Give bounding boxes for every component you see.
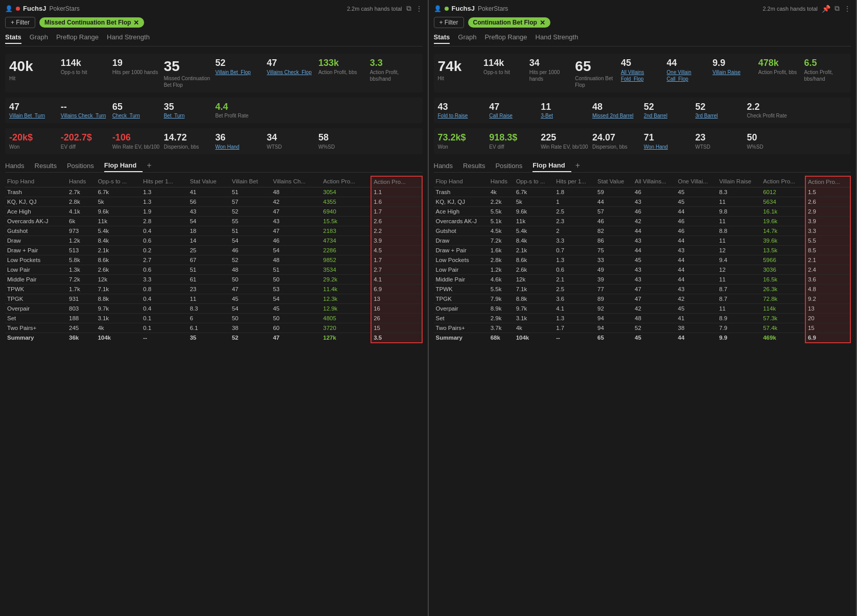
header-icon-0[interactable]: 📌 xyxy=(822,5,830,13)
cell-0-7: 3054 xyxy=(321,187,371,197)
header-icon-2[interactable]: ⋮ xyxy=(844,5,851,13)
cell-0-5: 51 xyxy=(230,187,271,197)
tab-hand-strength[interactable]: Hand Strength xyxy=(536,33,578,44)
col-header-1[interactable]: Hands xyxy=(67,176,96,187)
stat-label[interactable]: Villains Check_Flop xyxy=(267,69,315,76)
stat-label[interactable]: 2nd Barrel xyxy=(644,112,692,119)
stat-label[interactable]: 3-Bet xyxy=(541,112,589,119)
header-icon-1[interactable]: ⧉ xyxy=(835,4,840,13)
site-name: PokerStars xyxy=(50,5,80,12)
tab-graph[interactable]: Graph xyxy=(30,33,48,44)
col-header-8[interactable]: Action Pro... xyxy=(761,176,805,187)
cell-11-7: 12.3k xyxy=(321,294,371,303)
col-header-9[interactable]: Action Pro... xyxy=(805,176,850,187)
stat-label[interactable]: 3rd Barrel xyxy=(696,112,744,119)
stat-label[interactable]: Villains Check_Turn xyxy=(61,112,109,119)
col-header-2[interactable]: Opp-s to ... xyxy=(514,176,554,187)
stat-label[interactable]: Fold to Raise xyxy=(438,112,487,119)
cell-6-4: 75 xyxy=(595,245,633,255)
stat-label[interactable]: One Villain Call_Flop xyxy=(667,69,710,82)
stat-label: Hits per 1000 hands xyxy=(112,69,161,76)
col-header-5[interactable]: Villain Bet xyxy=(230,176,271,187)
cell-11-7: 8.7 xyxy=(717,294,761,303)
col-header-1[interactable]: Hands xyxy=(489,176,514,187)
stat-label[interactable]: All Villains Fold_Flop xyxy=(621,69,664,82)
sub-tab-positions[interactable]: Positions xyxy=(495,160,528,172)
cell-2-0: Ace High xyxy=(434,206,489,216)
stat-label: Win Rate EV, bb/100 xyxy=(112,144,161,150)
cell-13-3: 0.1 xyxy=(141,313,188,323)
cell-3-9: 3.9 xyxy=(805,216,850,226)
sub-tab-results[interactable]: Results xyxy=(463,160,491,172)
col-header-2[interactable]: Opp-s to ... xyxy=(96,176,141,187)
stat-label[interactable]: Missed 2nd Barrel xyxy=(592,112,641,119)
cell-11-6: 42 xyxy=(676,294,717,303)
filter-tag-close[interactable]: ✕ xyxy=(133,19,139,26)
filter-button[interactable]: + Filter xyxy=(5,17,35,28)
stat-value: 65 xyxy=(112,102,161,113)
cell-11-8: 72.8k xyxy=(761,294,805,303)
col-header-0[interactable]: Flop Hand xyxy=(434,176,489,187)
col-header-6[interactable]: Villains Ch... xyxy=(271,176,321,187)
filter-tag[interactable]: Missed Continuation Bet Flop✕ xyxy=(39,17,144,28)
add-tab-button[interactable]: + xyxy=(575,161,580,170)
cell-9-0: Middle Pair xyxy=(434,274,489,284)
col-header-8[interactable]: Action Pro... xyxy=(371,176,422,187)
stat-value: 478k xyxy=(758,58,801,69)
tab-stats[interactable]: Stats xyxy=(434,33,450,44)
sub-tab-results[interactable]: Results xyxy=(35,160,63,172)
stat-cell-5 xyxy=(267,102,315,120)
stat-label[interactable]: Villain Bet_Flop xyxy=(215,69,264,76)
sub-tab-positions[interactable]: Positions xyxy=(67,160,100,172)
header-right: 2.2m cash hands total📌⧉⋮ xyxy=(762,4,851,13)
cell-8-4: 49 xyxy=(595,265,633,274)
stat-value: 918.3$ xyxy=(489,132,538,144)
header-icon-0[interactable]: ⧉ xyxy=(406,4,411,13)
tab-graph[interactable]: Graph xyxy=(458,33,476,44)
tab-hand-strength[interactable]: Hand Strength xyxy=(107,33,150,44)
tab-preflop-range[interactable]: Preflop Range xyxy=(484,33,527,44)
filter-tag-label: Continuation Bet Flop xyxy=(473,19,537,26)
cell-14-9: 15 xyxy=(805,323,850,333)
col-header-3[interactable]: Hits per 1... xyxy=(141,176,188,187)
cell-14-3: 0.1 xyxy=(141,323,188,333)
cell-14-6: 38 xyxy=(676,323,717,333)
stat-value: 74k xyxy=(438,58,481,75)
stat-label[interactable]: Villain Bet_Turn xyxy=(9,112,58,119)
stat-label[interactable]: Check_Turn xyxy=(112,112,161,119)
cell-13-0: Set xyxy=(434,313,489,323)
sub-tab-hands[interactable]: Hands xyxy=(434,160,459,172)
stat-label[interactable]: Call Raise xyxy=(489,112,538,119)
sub-tab-flop-hand[interactable]: Flop Hand xyxy=(532,159,571,172)
cell-4-1: 4.5k xyxy=(489,226,514,235)
cell-8-7: 3534 xyxy=(321,265,371,274)
col-header-5[interactable]: All Villains... xyxy=(633,176,676,187)
col-header-3[interactable]: Hits per 1... xyxy=(554,176,595,187)
tab-stats[interactable]: Stats xyxy=(5,33,21,44)
cell-8-4: 51 xyxy=(188,265,229,274)
header-icon-1[interactable]: ⋮ xyxy=(415,5,423,13)
add-tab-button[interactable]: + xyxy=(147,161,151,170)
filter-tag[interactable]: Continuation Bet Flop✕ xyxy=(468,17,550,28)
stat-label[interactable]: Won Hand xyxy=(215,144,264,150)
col-header-0[interactable]: Flop Hand xyxy=(5,176,67,187)
stat-label[interactable]: Won Hand xyxy=(644,144,692,150)
col-header-4[interactable]: Stat Value xyxy=(595,176,633,187)
cell-7-2: 8.6k xyxy=(96,255,141,265)
col-header-4[interactable]: Stat Value xyxy=(188,176,229,187)
col-header-7[interactable]: Action Pro... xyxy=(321,176,371,187)
filter-tag-close[interactable]: ✕ xyxy=(540,19,545,26)
cell-1-8: 1.6 xyxy=(371,197,422,206)
sub-tab-hands[interactable]: Hands xyxy=(5,160,31,172)
sub-tab-flop-hand[interactable]: Flop Hand xyxy=(104,159,143,172)
col-header-7[interactable]: Villain Raise xyxy=(717,176,761,187)
stat-label[interactable]: Bet_Turn xyxy=(164,112,212,119)
stat-cell-5: 523rd Barrel xyxy=(696,102,744,120)
stat-label: EV diff xyxy=(61,144,109,150)
filter-button[interactable]: + Filter xyxy=(434,17,464,28)
tab-preflop-range[interactable]: Preflop Range xyxy=(56,33,99,44)
col-header-6[interactable]: One Villai... xyxy=(676,176,717,187)
stat-label[interactable]: Villain Raise xyxy=(712,69,755,76)
cell-10-5: 47 xyxy=(633,284,676,294)
stat-cell-6 xyxy=(318,102,367,120)
